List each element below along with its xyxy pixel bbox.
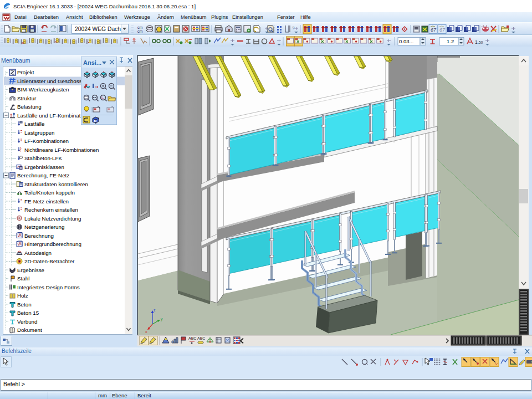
svg-text:ABC: ABC [197,336,205,340]
svg-text:LF-Kombinationen: LF-Kombinationen [24,138,69,144]
svg-text:Rechenkern einstellen: Rechenkern einstellen [24,207,78,213]
svg-text:Projekt: Projekt [17,69,34,75]
svg-text:BIM-Werkzeugkasten: BIM-Werkzeugkasten [17,86,69,93]
svg-text:Netzgenerierung: Netzgenerierung [24,224,64,230]
svg-text:ABC: ABC [188,336,196,340]
svg-text:Nichtlineare LF-Kombinationen: Nichtlineare LF-Kombinationen [24,147,99,153]
svg-text:Holz: Holz [17,293,28,299]
svg-text:Stahlbeton-LFK: Stahlbeton-LFK [24,155,63,161]
svg-text:Lokale Netzverdichtung: Lokale Netzverdichtung [24,216,81,222]
svg-text:FE-Netz einstellen: FE-Netz einstellen [24,198,69,204]
svg-text:y: y [161,317,163,321]
svg-text:Autodesign: Autodesign [24,250,52,256]
svg-text:1.50: 1.50 [475,39,483,45]
svg-text:Teile/Knoten koppeln: Teile/Knoten koppeln [24,190,75,196]
svg-text:Lastfälle: Lastfälle [24,121,45,127]
svg-text:Ergebnisse: Ergebnisse [17,267,45,273]
svg-text:Struktur: Struktur [17,95,37,101]
svg-text:2D-Daten-Betrachter: 2D-Daten-Betrachter [24,258,75,264]
svg-text:Linienraster und Geschosse: Linienraster und Geschosse [17,78,85,84]
svg-text:Beton: Beton [17,301,32,308]
svg-text:Hintergrundberechnung: Hintergrundberechnung [24,241,81,247]
svg-text:Verbund: Verbund [17,319,38,325]
svg-text:Belastung: Belastung [17,104,42,110]
svg-text:Ansi...: Ansi... [83,59,101,66]
svg-text:Lastfälle und LF-Kombinat...: Lastfälle und LF-Kombinat... [17,112,85,119]
svg-text:Dokument: Dokument [17,327,42,333]
svg-text:Berechnung, FE-Netz: Berechnung, FE-Netz [17,172,69,178]
svg-text:Berechnung: Berechnung [24,233,54,239]
svg-text:Strukturdaten kontrollieren: Strukturdaten kontrollieren [24,181,88,187]
svg-text:1.2: 1.2 [447,38,454,44]
svg-text:67: 67 [431,27,437,33]
svg-text:z: z [154,308,156,312]
svg-text:67: 67 [439,27,446,33]
svg-text:Ergebnisklassen: Ergebnisklassen [24,164,64,170]
svg-text:Lastgruppen: Lastgruppen [24,130,54,136]
svg-text:cm: cm [137,25,143,29]
svg-text:cm: cm [137,29,143,33]
svg-text:x: x [145,330,147,334]
svg-text:Stahl: Stahl [17,275,29,282]
svg-text:Integriertes Design Forms: Integriertes Design Forms [17,284,80,290]
svg-text:0.03...: 0.03... [399,38,413,44]
svg-text:Beton 15: Beton 15 [17,310,39,316]
